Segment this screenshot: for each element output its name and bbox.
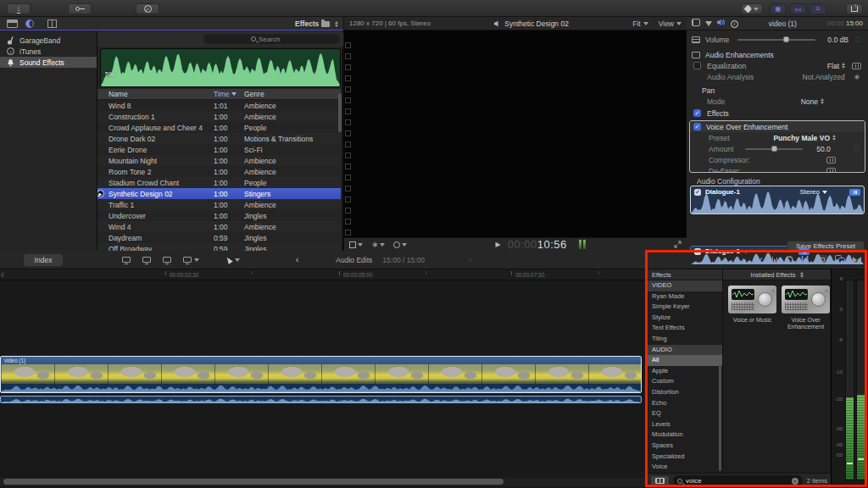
- crop-tool-button[interactable]: [349, 241, 363, 248]
- tool-append-icon[interactable]: [163, 257, 171, 263]
- sound-row[interactable]: Crowd Applause and Cheer 41:00People: [97, 122, 341, 133]
- sidebar-tab-libraries[interactable]: [7, 19, 18, 28]
- sidebar-item-itunes[interactable]: ♪ iTunes: [0, 46, 97, 57]
- category-item[interactable]: Specialized: [647, 452, 722, 463]
- timeline-ruler[interactable]: 0 00:00:02:30 00:00:05:00 00:00:07:30: [0, 269, 646, 280]
- project-name[interactable]: Audio Edits: [336, 256, 372, 264]
- connected-clip[interactable]: [0, 396, 642, 403]
- sound-row[interactable]: Room Tone 21:00Ambience: [97, 166, 341, 177]
- pan-header[interactable]: Pan: [687, 85, 868, 96]
- recents-button[interactable]: ✓: [136, 3, 159, 14]
- category-item[interactable]: Custom: [647, 376, 722, 387]
- retime-tool-button[interactable]: [393, 241, 407, 248]
- sound-row-selected[interactable]: ▶ Synthetic Design 021:00Stingers: [97, 188, 341, 199]
- inspector-tab-audio[interactable]: [717, 19, 726, 28]
- share-button[interactable]: ↑: [846, 3, 863, 14]
- effects-search-input[interactable]: [686, 477, 762, 485]
- channel-strip-2[interactable]: ✓ Dialogue-1: [690, 246, 865, 265]
- fit-dropdown[interactable]: Fit: [632, 19, 648, 28]
- voe-header[interactable]: ✓ Voice Over Enhancement: [690, 121, 865, 132]
- sound-row[interactable]: Traffic 11:00Ambience: [97, 199, 341, 210]
- sidebar-item-sound-effects[interactable]: Sound Effects: [0, 57, 97, 68]
- eq-preset-icon[interactable]: [852, 63, 861, 69]
- category-item[interactable]: Modulation: [647, 430, 722, 441]
- key-button[interactable]: [68, 3, 92, 14]
- inspector-tab-info[interactable]: i: [731, 19, 738, 28]
- equalization-checkbox[interactable]: [693, 62, 701, 69]
- category-item[interactable]: Spaces: [647, 441, 722, 452]
- viewer-timecode[interactable]: 00:0010:56: [508, 238, 567, 251]
- tool-overwrite-dropdown[interactable]: [183, 257, 199, 263]
- deesser-preset-icon[interactable]: [826, 168, 836, 174]
- channel-checkbox[interactable]: ✓: [694, 189, 701, 196]
- search-input[interactable]: [259, 36, 292, 43]
- viewer-audio-meter[interactable]: [579, 240, 586, 249]
- inspector-tab-color[interactable]: [705, 19, 712, 28]
- tool-connect-icon[interactable]: [122, 257, 131, 263]
- effects-tool-button[interactable]: ∗: [371, 240, 385, 249]
- category-item[interactable]: Text Effects: [647, 323, 722, 334]
- reset-icon[interactable]: [854, 146, 860, 152]
- sound-row[interactable]: Eerie Drone1:00Sci-Fi: [97, 144, 341, 155]
- effect-card[interactable]: [782, 286, 830, 313]
- media-sidebar-toggle-button[interactable]: [651, 476, 669, 486]
- fullscreen-icon[interactable]: [674, 241, 682, 248]
- tool-insert-icon[interactable]: [142, 257, 151, 263]
- category-item[interactable]: Apple: [647, 366, 722, 377]
- timeline-hscrollbar[interactable]: [0, 478, 646, 486]
- effects-checkbox[interactable]: ✓: [693, 109, 701, 117]
- browser-toggle-button[interactable]: ▦: [770, 3, 787, 14]
- analyze-wand-icon[interactable]: ∗: [854, 72, 860, 81]
- category-item-selected[interactable]: All: [647, 355, 722, 366]
- amount-slider[interactable]: [745, 148, 803, 150]
- inspector-title[interactable]: video (1): [769, 19, 797, 28]
- installed-effects-dropdown[interactable]: Installed Effects: [723, 269, 832, 280]
- category-scrollbar[interactable]: [719, 364, 721, 471]
- play-button[interactable]: ▶: [496, 241, 501, 248]
- category-item[interactable]: Echo: [647, 398, 722, 409]
- timeline-forward-button[interactable]: ›: [469, 255, 471, 264]
- sound-row[interactable]: Mountain Night1:00Ambience: [97, 155, 341, 166]
- sound-row[interactable]: Wind 41:00Ambience: [97, 221, 341, 232]
- sound-row[interactable]: Stadium Crowd Chant1:00People: [97, 177, 341, 188]
- column-header-time[interactable]: Time: [214, 90, 244, 98]
- category-item[interactable]: Stylize: [647, 313, 722, 324]
- index-button[interactable]: Index: [24, 254, 63, 266]
- search-field[interactable]: [203, 34, 340, 44]
- audio-preview-waveform[interactable]: 59s: [100, 48, 341, 87]
- category-item[interactable]: Ryan Made: [647, 291, 722, 302]
- effect-card[interactable]: [728, 286, 776, 313]
- reset-icon[interactable]: [855, 36, 861, 42]
- channel-checkbox[interactable]: ✓: [694, 248, 701, 255]
- sidebar-tab-media[interactable]: [25, 19, 34, 28]
- channel-mode-dropdown[interactable]: Stereo: [799, 188, 827, 196]
- sound-row[interactable]: Undercover1:00Jingles: [97, 210, 341, 221]
- category-item[interactable]: Tiling: [647, 334, 722, 345]
- sound-list-scrollbar[interactable]: [338, 93, 342, 132]
- equalization-value[interactable]: Flat: [827, 62, 839, 70]
- volume-value[interactable]: 0.0 dB: [827, 36, 849, 44]
- category-item[interactable]: Levels: [647, 419, 722, 430]
- select-tool-button[interactable]: [226, 257, 240, 263]
- category-item[interactable]: Simple Keyer: [647, 302, 722, 313]
- inspector-tab-video[interactable]: [692, 19, 700, 28]
- timeline-clip[interactable]: video (1): [0, 356, 642, 393]
- audio-enhancements-header[interactable]: Audio Enhancements: [687, 49, 868, 60]
- category-item[interactable]: EQ: [647, 408, 722, 419]
- sound-row[interactable]: Off Broadway0:59Jingles: [97, 243, 341, 251]
- timeline-back-button[interactable]: ‹: [296, 255, 298, 264]
- sidebar-item-garageband[interactable]: GarageBand: [0, 35, 97, 46]
- slider-thumb[interactable]: [771, 146, 777, 152]
- inspector-toggle-button[interactable]: ≡: [810, 3, 826, 14]
- mode-dropdown[interactable]: None: [801, 97, 824, 106]
- category-item[interactable]: Voice: [647, 462, 722, 473]
- scrollbar-thumb[interactable]: [3, 479, 504, 485]
- view-dropdown[interactable]: View: [659, 19, 682, 28]
- timeline-toggle-button[interactable]: oo: [790, 3, 807, 14]
- download-button[interactable]: ↓: [7, 3, 31, 14]
- compressor-preset-icon[interactable]: [826, 157, 836, 164]
- amount-value[interactable]: 50.0: [816, 145, 831, 153]
- volume-slider[interactable]: [737, 39, 815, 41]
- sidebar-tab-titles[interactable]: [47, 19, 57, 28]
- effects-header[interactable]: ✓ Effects: [687, 108, 868, 119]
